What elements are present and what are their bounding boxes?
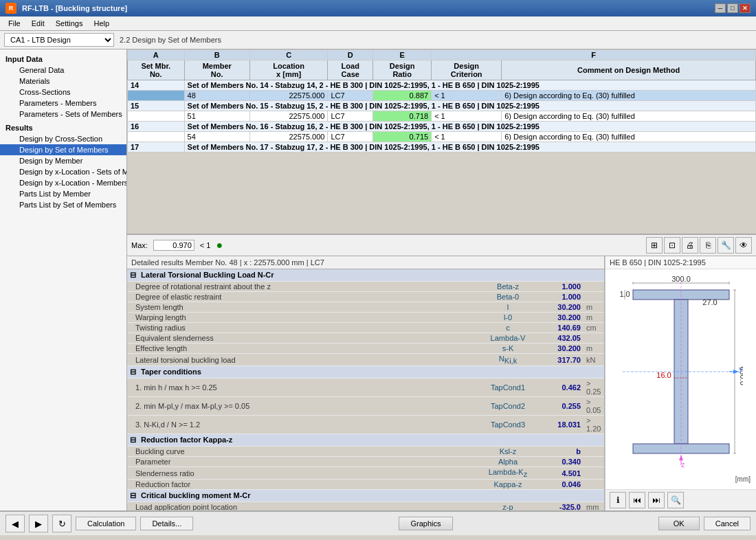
export-table-btn[interactable]: ⊞	[646, 237, 663, 254]
unit: > 0.05	[583, 397, 604, 416]
section-header-row[interactable]: ⊟ Taper conditions	[127, 366, 604, 379]
sidebar-item-design-set[interactable]: Design by Set of Members	[0, 144, 126, 155]
section-header-row[interactable]: ⊟ Lateral Torsional Buckling Load N-Cr	[127, 269, 604, 282]
val: 317.70	[535, 354, 583, 366]
sidebar-item-cross-sections[interactable]: Cross-Sections	[0, 87, 126, 98]
val: 0.046	[535, 480, 583, 490]
sidebar-item-materials[interactable]: Materials	[0, 76, 126, 87]
sidebar-item-design-cross[interactable]: Design by Cross-Section	[0, 133, 126, 144]
section-header-row[interactable]: ⊟ Critical buckling moment M-Cr	[127, 490, 604, 502]
sidebar-item-design-member[interactable]: Design by Member	[0, 155, 126, 166]
header-set-mbr: Set Mbr.No.	[128, 60, 185, 80]
compare: < 1	[432, 91, 502, 101]
unit	[583, 480, 604, 490]
sidebar-item-parts-member[interactable]: Parts List by Member	[0, 188, 126, 199]
prop-name: Degree of elastic restraint	[127, 292, 480, 302]
minimize-button[interactable]: ─	[715, 3, 726, 13]
table-row[interactable]: 51 22575.000 LC7 0.718 < 1 6) Design acc…	[128, 111, 756, 122]
nav-forward-btn[interactable]: ▶	[29, 515, 48, 532]
criterion: 6) Design according to Eq. (30) fulfille…	[502, 91, 756, 101]
toolbar-row: CA1 - LTB Design 2.2 Design by Set of Me…	[0, 31, 756, 49]
max-row: Max: < 1 ● ⊞ ⊡ 🖨 ⎘ 🔧 👁	[127, 234, 756, 256]
svg-marker-24	[733, 370, 739, 374]
header-design-criterion: DesignCriterion	[432, 60, 502, 80]
val: 30.200	[535, 313, 583, 323]
set-description: Set of Members No. 16 - Stabzug 16, 2 - …	[184, 122, 755, 132]
cancel-button[interactable]: Cancel	[704, 517, 751, 530]
detail-row: System length l 30.200 m	[127, 302, 604, 313]
prop-name: Equivalent slenderness	[127, 333, 480, 344]
sym: Kappa-z	[480, 480, 535, 490]
set-col	[128, 111, 185, 122]
sym: TapCond3	[480, 416, 535, 434]
sym: Alpha	[480, 457, 535, 467]
header-design-ratio: DesignRatio	[373, 60, 432, 80]
header-comment: Comment on Design Method	[502, 60, 756, 80]
prev-section-btn[interactable]: ⏭	[648, 492, 665, 508]
menu-file[interactable]: File	[3, 18, 26, 29]
sym: Beta-0	[480, 292, 535, 302]
window-controls[interactable]: ─ □ ✕	[715, 3, 751, 13]
maximize-button[interactable]: □	[727, 3, 738, 13]
header-member: MemberNo.	[184, 60, 249, 80]
sidebar-item-parts-set[interactable]: Parts List by Set of Members	[0, 199, 126, 210]
detail-table: ⊟ Lateral Torsional Buckling Load N-Cr D…	[127, 269, 604, 510]
main-content: A B C D E F Set Mbr.No. MemberNo. Locati…	[127, 49, 756, 510]
sym: TapCond2	[480, 397, 535, 416]
max-value-input[interactable]	[153, 240, 194, 251]
prop-name: Load application point location	[127, 502, 480, 510]
sym: l-0	[480, 313, 535, 323]
bottom-bar: ◀ ▶ ↻ Calculation Details... Graphics OK…	[0, 510, 756, 535]
table-row[interactable]: 16 Set of Members No. 16 - Stabzug 16, 2…	[128, 122, 756, 132]
collapse-icon[interactable]: ⊟	[130, 368, 136, 376]
results-area: A B C D E F Set Mbr.No. MemberNo. Locati…	[127, 49, 756, 256]
zoom-section-btn[interactable]: 🔍	[667, 492, 684, 508]
table-row[interactable]: 54 22575.000 LC7 0.715 < 1 6) Design acc…	[128, 132, 756, 142]
col-f-header: F	[432, 50, 756, 60]
ok-button[interactable]: OK	[658, 517, 700, 530]
graphics-button[interactable]: Graphics	[399, 517, 452, 530]
view-btn[interactable]: 👁	[735, 237, 752, 254]
calculation-button[interactable]: Calculation	[76, 517, 136, 530]
col-a-header: A	[128, 50, 185, 60]
copy-btn[interactable]: ⎘	[700, 237, 716, 254]
filter-btn[interactable]: ⊡	[664, 237, 680, 254]
max-label: Max:	[131, 241, 148, 249]
cross-section-graphic: 300.0 650.0 31.0 16.0	[605, 269, 756, 489]
sidebar-item-design-x-sets[interactable]: Design by x-Location - Sets of M	[0, 166, 126, 177]
nav-back-btn[interactable]: ◀	[5, 515, 25, 532]
val: 0.340	[535, 457, 583, 467]
unit: > 1.20	[583, 416, 604, 434]
sidebar-item-design-x-members[interactable]: Design by x-Location - Members	[0, 177, 126, 188]
collapse-icon[interactable]: ⊟	[130, 436, 136, 444]
settings-btn[interactable]: 🔧	[718, 237, 734, 254]
table-row[interactable]: 17 Set of Members No. 17 - Stabzug 17, 2…	[128, 142, 756, 153]
menu-help[interactable]: Help	[88, 18, 115, 29]
set-description: Set of Members No. 14 - Stabzug 14, 2 - …	[184, 80, 755, 91]
collapse-icon[interactable]: ⊟	[130, 491, 136, 499]
table-row[interactable]: 48 22575.000 LC7 0.887 < 1 6) Design acc…	[128, 91, 756, 101]
collapse-icon[interactable]: ⊟	[130, 271, 136, 279]
table-row[interactable]: 14 Set of Members No. 14 - Stabzug 14, 2…	[128, 80, 756, 91]
compare: < 1	[432, 111, 502, 122]
table-container[interactable]: A B C D E F Set Mbr.No. MemberNo. Locati…	[127, 49, 756, 234]
info-icon-btn[interactable]: ℹ	[610, 492, 626, 508]
menu-settings[interactable]: Settings	[50, 18, 89, 29]
export-section-btn[interactable]: ⏮	[629, 492, 645, 508]
detail-row: 3. N-Ki,d / N >= 1.2 TapCond3 18.031 > 1…	[127, 416, 604, 434]
sidebar-item-params-sets[interactable]: Parameters - Sets of Members	[0, 109, 126, 120]
sidebar-item-general-data[interactable]: General Data	[0, 65, 126, 76]
menu-edit[interactable]: Edit	[26, 18, 50, 29]
unit: m	[583, 313, 604, 323]
table-row[interactable]: 15 Set of Members No. 15 - Stabzug 15, 2…	[128, 101, 756, 111]
section-header-row[interactable]: ⊟ Reduction factor Kappa-z	[127, 434, 604, 447]
sidebar-item-params-members[interactable]: Parameters - Members	[0, 98, 126, 109]
close-button[interactable]: ✕	[740, 3, 751, 13]
nav-export-btn[interactable]: ↻	[52, 515, 71, 532]
print-btn[interactable]: 🖨	[682, 237, 698, 254]
details-button[interactable]: Details...	[140, 517, 193, 530]
section-title-taper: ⊟ Taper conditions	[127, 366, 604, 379]
detail-row: Load application point location z-p -325…	[127, 502, 604, 510]
design-case-dropdown[interactable]: CA1 - LTB Design	[4, 33, 114, 47]
design-ratio: 0.887	[373, 91, 432, 101]
